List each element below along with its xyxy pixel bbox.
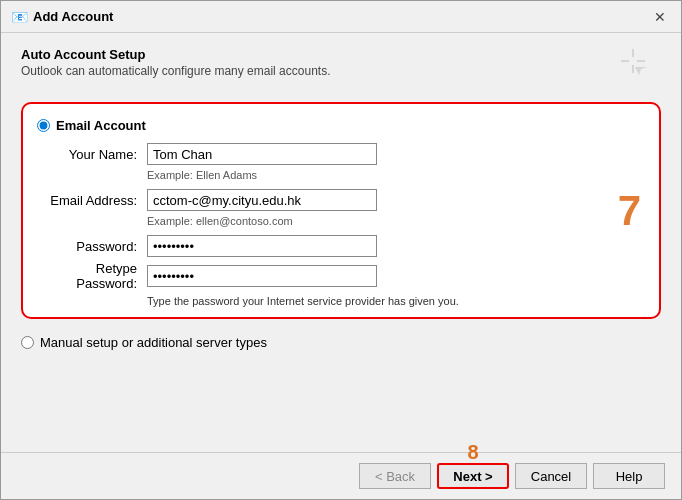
password-row: Password: (37, 235, 641, 257)
your-name-row: Your Name: (37, 143, 641, 165)
back-button[interactable]: < Back (359, 463, 431, 489)
dialog-content: Auto Account Setup Outlook can automatic… (1, 33, 681, 452)
retype-password-input[interactable] (147, 265, 377, 287)
email-address-example: Example: ellen@contoso.com (147, 215, 641, 227)
title-bar: 📧 Add Account ✕ (1, 1, 681, 33)
your-name-input[interactable] (147, 143, 377, 165)
next-button-container: 8 Next > (437, 463, 509, 489)
your-name-example: Example: Ellen Adams (147, 169, 641, 181)
manual-setup-radio-label[interactable]: Manual setup or additional server types (21, 335, 661, 350)
dialog-title: Add Account (33, 9, 649, 24)
email-address-input[interactable] (147, 189, 377, 211)
section-title: Auto Account Setup (21, 47, 661, 62)
email-address-label: Email Address: (37, 193, 147, 208)
password-label: Password: (37, 239, 147, 254)
close-button[interactable]: ✕ (649, 6, 671, 28)
header-area: Auto Account Setup Outlook can automatic… (21, 47, 661, 92)
footer: < Back 8 Next > Cancel Help (1, 452, 681, 499)
next-button[interactable]: Next > (437, 463, 509, 489)
password-input[interactable] (147, 235, 377, 257)
cancel-button[interactable]: Cancel (515, 463, 587, 489)
retype-password-label: Retype Password: (37, 261, 147, 291)
email-account-radio[interactable] (37, 119, 50, 132)
section-subtitle: Outlook can automatically configure many… (21, 64, 661, 78)
retype-password-row: Retype Password: (37, 261, 641, 291)
dialog-icon: 📧 (11, 9, 27, 25)
manual-setup-radio[interactable] (21, 336, 34, 349)
help-button[interactable]: Help (593, 463, 665, 489)
your-name-label: Your Name: (37, 147, 147, 162)
cursor-icon (619, 47, 647, 78)
email-account-section: 7 Email Account Your Name: Example: Elle… (21, 102, 661, 319)
password-note: Type the password your Internet service … (147, 295, 641, 307)
email-account-radio-label[interactable]: Email Account (37, 118, 641, 133)
email-address-row: Email Address: (37, 189, 641, 211)
add-account-dialog: 📧 Add Account ✕ Auto Account Setup Outlo… (0, 0, 682, 500)
